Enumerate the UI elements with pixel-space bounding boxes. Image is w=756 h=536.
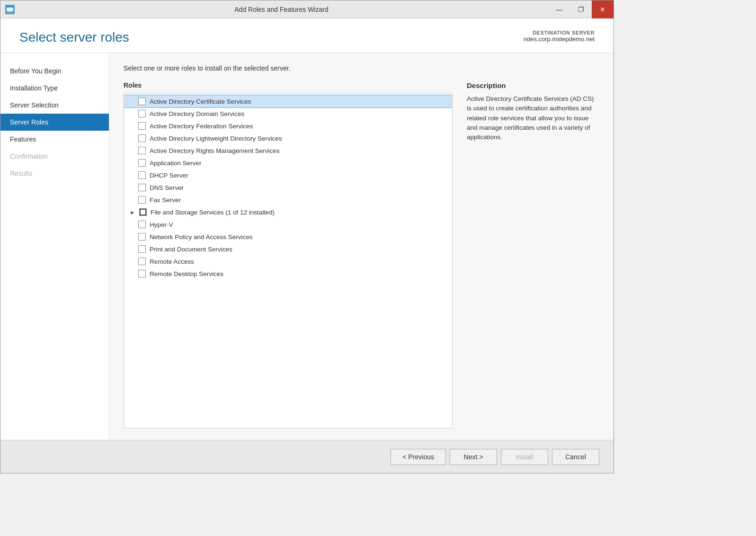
footer: < Previous Next > Install Cancel (0, 440, 614, 473)
body-area: Before You Begin Installation Type Serve… (0, 53, 614, 440)
roles-list-container: Active Directory Certificate Services Ac… (124, 93, 453, 429)
sidebar-item-installation-type[interactable]: Installation Type (0, 80, 109, 97)
titlebar: Add Roles and Features Wizard — ❐ ✕ (0, 0, 614, 18)
sidebar-item-results: Results (0, 165, 109, 182)
description-title: Description (467, 81, 599, 89)
role-name: DHCP Server (150, 172, 188, 179)
role-checkbox[interactable] (138, 159, 146, 167)
role-item[interactable]: Network Policy and Access Services (124, 231, 452, 243)
role-checkbox[interactable] (138, 110, 146, 117)
header-area: Select server roles DESTINATION SERVER n… (0, 18, 614, 53)
expand-arrow-icon[interactable]: ▶ (130, 209, 135, 215)
role-checkbox[interactable] (138, 245, 146, 253)
roles-section: Roles Active Directory Certificate Servi… (124, 81, 453, 429)
role-name: Active Directory Federation Services (150, 123, 253, 130)
role-name: Application Server (150, 160, 202, 167)
role-name: Active Directory Rights Management Servi… (150, 147, 280, 154)
role-item[interactable]: Hyper-V (124, 218, 452, 231)
description-panel: Description Active Directory Certificate… (467, 81, 599, 429)
cancel-button[interactable]: Cancel (552, 449, 599, 465)
install-button[interactable]: Install (501, 449, 548, 465)
main-content: Select server roles DESTINATION SERVER n… (0, 18, 614, 473)
role-checkbox[interactable] (138, 233, 146, 241)
role-name: Remote Access (150, 258, 194, 265)
sidebar: Before You Begin Installation Type Serve… (0, 53, 109, 440)
role-item[interactable]: Active Directory Federation Services (124, 120, 452, 132)
roles-list[interactable]: Active Directory Certificate Services Ac… (124, 93, 452, 428)
role-name: DNS Server (150, 184, 184, 191)
role-item[interactable]: Active Directory Certificate Services (124, 95, 452, 107)
destination-server: DESTINATION SERVER ndes.corp.mstepdemo.n… (524, 30, 595, 43)
sidebar-item-server-roles[interactable]: Server Roles (0, 114, 109, 131)
role-item[interactable]: Print and Document Services (124, 243, 452, 255)
window-controls: — ❐ ✕ (548, 0, 614, 18)
role-checkbox[interactable] (138, 98, 146, 105)
destination-name: ndes.corp.mstepdemo.net (524, 36, 595, 43)
roles-label: Roles (124, 81, 453, 89)
role-name: Active Directory Domain Services (150, 110, 244, 117)
role-checkbox[interactable] (138, 171, 146, 179)
role-item-file-storage[interactable]: ▶ File and Storage Services (1 of 12 ins… (124, 206, 452, 218)
role-name: File and Storage Services (1 of 12 insta… (151, 209, 275, 216)
svg-rect-2 (8, 11, 12, 12)
role-item[interactable]: Remote Desktop Services (124, 268, 452, 280)
page-title: Select server roles (19, 30, 129, 45)
roles-description-row: Roles Active Directory Certificate Servi… (124, 81, 599, 429)
role-checkbox[interactable] (138, 196, 146, 204)
close-button[interactable]: ✕ (592, 0, 614, 18)
role-checkbox[interactable] (138, 221, 146, 228)
role-checkbox[interactable] (138, 147, 146, 154)
window-title: Add Roles and Features Wizard (15, 6, 548, 13)
role-name: Hyper-V (150, 221, 173, 228)
role-checkbox[interactable] (138, 134, 146, 142)
role-item[interactable]: Active Directory Rights Management Servi… (124, 144, 452, 157)
content-description: Select one or more roles to install on t… (124, 64, 599, 72)
role-name: Fax Server (150, 197, 181, 204)
role-name: Remote Desktop Services (150, 270, 223, 277)
role-item[interactable]: Remote Access (124, 255, 452, 268)
description-text: Active Directory Certificate Services (A… (467, 94, 599, 142)
maximize-button[interactable]: ❐ (570, 0, 592, 18)
role-name: Active Directory Lightweight Directory S… (150, 135, 282, 142)
role-checkbox[interactable] (138, 270, 146, 277)
role-item[interactable]: Application Server (124, 157, 452, 169)
role-item[interactable]: DNS Server (124, 181, 452, 194)
role-checkbox[interactable] (138, 122, 146, 130)
minimize-button[interactable]: — (548, 0, 570, 18)
svg-rect-1 (7, 8, 13, 11)
svg-rect-3 (7, 12, 13, 13)
wizard-window: Add Roles and Features Wizard — ❐ ✕ Sele… (0, 0, 614, 473)
role-checkbox[interactable] (139, 208, 147, 216)
role-name: Print and Document Services (150, 246, 232, 253)
sidebar-item-before-you-begin[interactable]: Before You Begin (0, 63, 109, 80)
role-name: Network Policy and Access Services (150, 233, 253, 241)
app-icon (5, 5, 15, 14)
role-item[interactable]: Active Directory Lightweight Directory S… (124, 132, 452, 144)
role-checkbox[interactable] (138, 184, 146, 191)
sidebar-item-features[interactable]: Features (0, 131, 109, 148)
role-name: Active Directory Certificate Services (150, 98, 251, 105)
destination-label: DESTINATION SERVER (524, 30, 595, 36)
content-panel: Select one or more roles to install on t… (109, 53, 614, 440)
sidebar-item-confirmation: Confirmation (0, 148, 109, 165)
sidebar-item-server-selection[interactable]: Server Selection (0, 97, 109, 114)
role-checkbox[interactable] (138, 258, 146, 265)
previous-button[interactable]: < Previous (391, 449, 446, 465)
next-button[interactable]: Next > (450, 449, 497, 465)
role-item[interactable]: Fax Server (124, 194, 452, 206)
role-item[interactable]: DHCP Server (124, 169, 452, 181)
role-item[interactable]: Active Directory Domain Services (124, 107, 452, 120)
